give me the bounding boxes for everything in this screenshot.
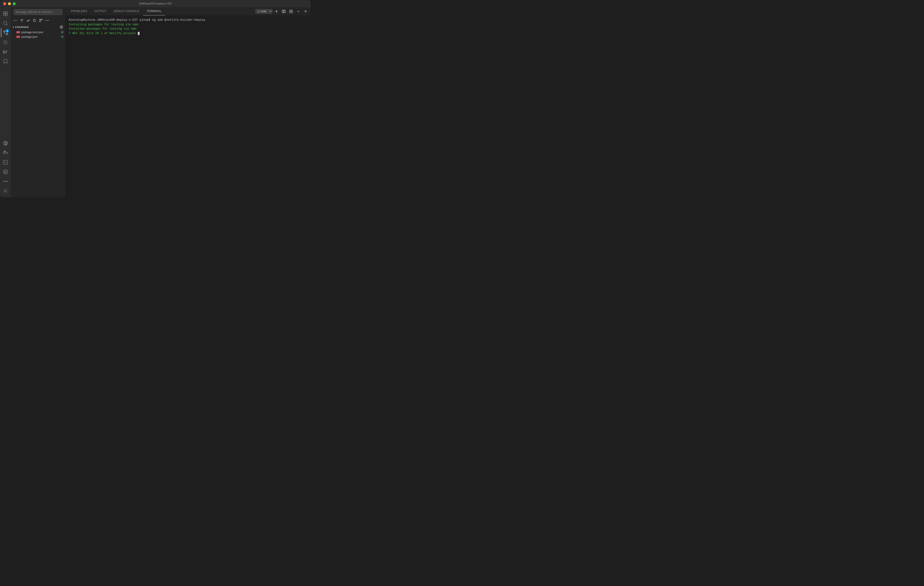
svg-rect-1 <box>6 12 8 13</box>
svg-point-4 <box>3 21 7 25</box>
filter-button[interactable] <box>19 18 25 23</box>
activity-bottom <box>1 139 10 197</box>
svg-point-30 <box>46 20 46 21</box>
activity-item-remote-explorer[interactable] <box>1 139 10 148</box>
terminal-line4-prefix: ? API ID( Site ID ) of Netlify project <box>69 31 138 35</box>
svg-point-31 <box>47 20 48 21</box>
terminal-selector-wrapper: 1: node ▾ <box>255 9 272 14</box>
activity-item-bookmarks[interactable] <box>1 57 10 66</box>
more-actions-button[interactable] <box>13 18 18 23</box>
app-body: 2 <box>0 7 310 197</box>
sidebar-toolbar <box>11 17 65 24</box>
svg-point-17 <box>3 181 4 182</box>
svg-rect-11 <box>5 52 6 53</box>
svg-point-32 <box>48 20 49 21</box>
close-button[interactable] <box>3 2 6 5</box>
svg-rect-35 <box>282 10 284 13</box>
panel-chevron-down-button[interactable] <box>295 8 302 15</box>
changes-header-left: ▾ CHANGES <box>13 26 29 28</box>
split-terminal-button[interactable] <box>280 8 287 15</box>
changes-label: CHANGES <box>15 26 29 28</box>
source-control-badge: 2 <box>5 29 9 33</box>
terminal-prompt-1: AlexsCogMachine:JAMStackGR-Deploy-v-GIT … <box>69 18 150 21</box>
branch-button[interactable] <box>38 18 44 23</box>
svg-point-23 <box>16 20 17 21</box>
window-controls[interactable] <box>3 2 16 5</box>
svg-rect-15 <box>5 151 5 151</box>
svg-point-19 <box>7 181 8 182</box>
ellipsis-button[interactable] <box>45 18 50 23</box>
panel-tabs: PROBLEMS OUTPUT DEBUG CONSOLE TERMINAL 1… <box>66 7 310 15</box>
svg-point-22 <box>15 20 16 21</box>
svg-point-18 <box>5 181 6 182</box>
refresh-button[interactable] <box>32 18 37 23</box>
svg-rect-3 <box>6 14 8 16</box>
activity-item-extensions[interactable] <box>1 47 10 56</box>
activity-item-explorer[interactable] <box>1 9 10 18</box>
window-title: JAMStackGR-Deploy-v-GIT <box>139 2 172 5</box>
new-terminal-button[interactable] <box>273 8 280 15</box>
svg-rect-12 <box>3 51 4 52</box>
svg-point-27 <box>40 19 40 20</box>
terminal-selector[interactable]: 1: node <box>255 9 272 14</box>
file-item-package-json[interactable]: package.json M <box>11 35 65 39</box>
main-area: PROBLEMS OUTPUT DEBUG CONSOLE TERMINAL 1… <box>66 7 310 197</box>
file-name-package-lock: package-lock.json <box>21 31 60 34</box>
terminal-line-4: ? API ID( Site ID ) of Netlify project <box>69 31 307 36</box>
sidebar-commit-header <box>11 7 65 17</box>
kill-terminal-button[interactable] <box>288 8 294 15</box>
tab-terminal[interactable]: TERMINAL <box>143 7 165 15</box>
svg-rect-0 <box>3 12 5 13</box>
minimize-button[interactable] <box>8 2 11 5</box>
commit-message-input[interactable] <box>14 9 63 15</box>
panel-right-controls: 1: node ▾ <box>255 8 309 15</box>
terminal-line-3: Installed packages for tooling via npm. <box>69 26 307 31</box>
svg-point-9 <box>5 41 7 43</box>
svg-point-20 <box>5 190 6 192</box>
changes-count: 2 <box>59 25 63 29</box>
terminal-content[interactable]: AlexsCogMachine:JAMStackGR-Deploy-v-GIT … <box>66 15 310 197</box>
activity-item-terminal-icon[interactable] <box>1 158 10 167</box>
file-icon-package-lock <box>16 31 20 33</box>
sidebar: ▾ CHANGES 2 package-lock.json M package.… <box>11 7 66 197</box>
commit-check-button[interactable] <box>25 18 31 23</box>
activity-item-settings[interactable] <box>1 186 10 196</box>
maximize-button[interactable] <box>13 2 16 5</box>
tab-debug-console[interactable]: DEBUG CONSOLE <box>110 7 143 15</box>
tab-output[interactable]: OUTPUT <box>91 7 110 15</box>
svg-point-6 <box>3 31 5 32</box>
svg-rect-14 <box>4 151 5 151</box>
titlebar: JAMStackGR-Deploy-v-GIT <box>0 0 310 7</box>
changes-section: ▾ CHANGES 2 package-lock.json M package.… <box>11 24 65 197</box>
terminal-line-1: AlexsCogMachine:JAMStackGR-Deploy-v-GIT … <box>69 18 307 22</box>
file-status-package-lock: M <box>61 31 63 34</box>
terminal-cursor <box>138 32 140 35</box>
activity-item-more[interactable] <box>1 177 10 186</box>
activity-bar: 2 <box>0 7 11 197</box>
activity-item-docker[interactable] <box>1 148 10 157</box>
svg-line-5 <box>7 24 8 26</box>
activity-item-debug[interactable] <box>1 38 10 47</box>
activity-item-search[interactable] <box>1 19 10 28</box>
terminal-cmd-1: ng add @netlify-builder/deploy <box>150 18 205 21</box>
panel-close-button[interactable] <box>302 8 309 15</box>
file-status-package-json: M <box>61 35 63 38</box>
changes-header[interactable]: ▾ CHANGES 2 <box>11 24 65 30</box>
file-icon-package-json <box>16 36 20 38</box>
file-name-package-json: package.json <box>21 35 60 38</box>
svg-rect-36 <box>284 10 285 13</box>
svg-point-29 <box>40 21 40 22</box>
svg-point-21 <box>14 20 15 21</box>
svg-point-7 <box>7 33 8 35</box>
svg-rect-2 <box>3 14 5 16</box>
tab-problems[interactable]: PROBLEMS <box>67 7 91 15</box>
file-item-package-lock[interactable]: package-lock.json M <box>11 30 65 35</box>
activity-item-source-control[interactable]: 2 <box>1 28 10 37</box>
activity-item-remote[interactable] <box>1 167 10 176</box>
svg-rect-10 <box>3 52 4 53</box>
terminal-line-2: Installing packages for tooling via npm. <box>69 22 307 27</box>
chevron-down-icon: ▾ <box>13 26 14 28</box>
